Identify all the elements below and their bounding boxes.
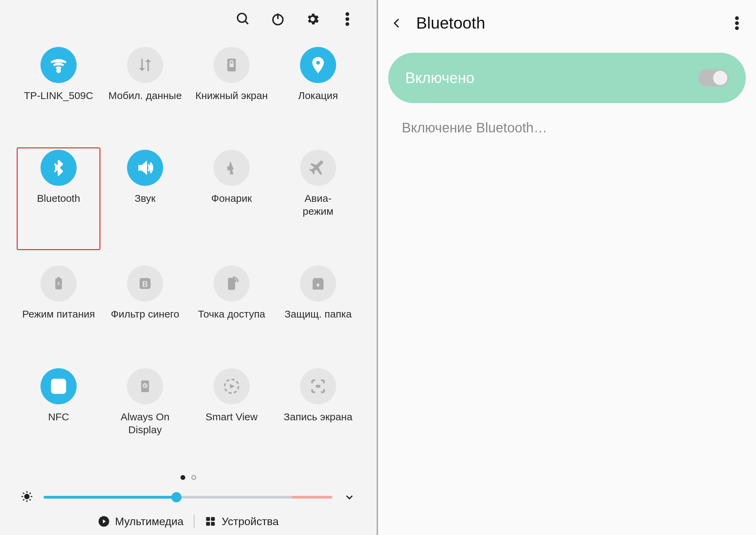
svg-point-7 <box>57 69 60 72</box>
flash-icon[interactable] <box>214 150 250 186</box>
separator <box>194 515 194 528</box>
tile-bluetooth[interactable]: Bluetooth <box>17 148 100 250</box>
tile-label: Bluetooth <box>37 192 80 205</box>
tile-label: Always On Display <box>106 410 184 436</box>
svg-rect-24 <box>316 385 320 388</box>
tile-label: Фильтр синего <box>111 308 179 321</box>
tile-bluefilter[interactable]: BФильтр синего <box>104 263 187 353</box>
data-icon[interactable] <box>127 47 163 83</box>
page-indicator <box>10 475 366 480</box>
svg-rect-18 <box>141 380 149 392</box>
bluetooth-toggle[interactable] <box>698 69 729 86</box>
bluetooth-status-card[interactable]: Включено <box>388 53 746 103</box>
aod-icon[interactable] <box>127 368 163 404</box>
back-icon[interactable] <box>388 14 406 32</box>
svg-point-0 <box>238 14 247 22</box>
media-button[interactable]: Мультимедиа <box>98 515 184 528</box>
quick-settings-grid: TP-LINK_509CМобил. данныеКнижный экранЛо… <box>10 45 366 468</box>
svg-point-25 <box>25 495 29 499</box>
hotspot-icon[interactable] <box>214 265 250 302</box>
media-label: Мультимедиа <box>115 515 184 528</box>
svg-rect-38 <box>206 522 210 525</box>
tile-airplane[interactable]: Авиа- режим <box>277 148 360 250</box>
tile-sound[interactable]: Звук <box>104 148 187 250</box>
bluetooth-settings-panel: Bluetooth Включено Включение Bluetooth… <box>378 0 756 535</box>
tile-battery[interactable]: Режим питания <box>17 263 100 353</box>
tile-booklike[interactable]: Книжный экран <box>190 45 273 134</box>
svg-point-6 <box>346 22 349 26</box>
bluelight-icon[interactable]: B <box>127 265 163 302</box>
tile-label: Мобил. данные <box>108 89 182 102</box>
nfc-icon[interactable] <box>41 368 77 404</box>
quick-settings-header <box>10 10 366 28</box>
chevron-down-icon[interactable] <box>343 490 356 504</box>
svg-rect-11 <box>57 277 60 279</box>
bluetooth-substatus: Включение Bluetooth… <box>388 120 746 135</box>
svg-marker-23 <box>230 384 235 389</box>
svg-line-1 <box>245 21 248 24</box>
svg-rect-39 <box>211 522 215 525</box>
svg-rect-37 <box>211 517 215 521</box>
svg-text:B: B <box>142 279 148 289</box>
quick-settings-panel: TP-LINK_509CМобил. данныеКнижный экранЛо… <box>0 0 378 535</box>
tile-mobiledata[interactable]: Мобил. данные <box>104 45 187 134</box>
tile-smartview[interactable]: Smart View <box>190 366 273 468</box>
bluetooth-status-label: Включено <box>405 69 474 86</box>
lock-book-icon[interactable] <box>214 47 250 83</box>
record-icon[interactable] <box>300 368 336 404</box>
wifi-icon[interactable] <box>41 47 77 83</box>
smartview-icon[interactable] <box>214 368 250 404</box>
svg-line-32 <box>23 499 24 500</box>
bluetooth-header: Bluetooth <box>388 14 746 32</box>
page-dot-active <box>180 475 185 480</box>
tile-label: Режим питания <box>22 308 95 321</box>
page-dot-inactive <box>191 475 196 480</box>
svg-line-31 <box>30 499 31 500</box>
tile-nfc[interactable]: NFC <box>17 366 100 468</box>
secure-icon[interactable] <box>300 265 336 302</box>
tile-aod[interactable]: Always On Display <box>104 366 187 468</box>
tile-label: Фонарик <box>211 192 252 205</box>
tile-label: Авиа- режим <box>303 192 333 217</box>
airplane-icon[interactable] <box>300 150 336 186</box>
devices-button[interactable]: Устройства <box>205 515 279 528</box>
tile-label: NFC <box>48 410 69 423</box>
tile-flashlight[interactable]: Фонарик <box>190 148 273 250</box>
svg-point-42 <box>735 26 739 30</box>
tile-label: Звук <box>135 192 156 205</box>
devices-label: Устройства <box>222 515 279 528</box>
more-icon[interactable] <box>728 14 746 32</box>
tile-screenrec[interactable]: Запись экрана <box>277 366 360 468</box>
power-icon[interactable] <box>269 10 287 28</box>
toggle-knob <box>713 71 727 85</box>
more-icon[interactable] <box>338 10 356 28</box>
tile-hotspot[interactable]: Точка доступа <box>190 263 273 353</box>
svg-line-30 <box>23 493 24 494</box>
tile-location[interactable]: Локация <box>277 45 360 134</box>
tile-label: Точка доступа <box>198 308 265 321</box>
tile-label: Книжный экран <box>195 89 268 102</box>
svg-point-5 <box>346 17 349 21</box>
battery-icon[interactable] <box>41 265 77 302</box>
search-icon[interactable] <box>234 10 252 28</box>
tile-wifi[interactable]: TP-LINK_509C <box>17 45 100 134</box>
tile-label: TP-LINK_509C <box>24 89 93 102</box>
page-title: Bluetooth <box>416 14 718 32</box>
tile-label: Локация <box>298 89 338 102</box>
svg-point-41 <box>735 21 739 25</box>
brightness-thumb[interactable] <box>171 492 182 502</box>
brightness-icon <box>20 490 33 504</box>
gear-icon[interactable] <box>304 10 321 28</box>
svg-line-33 <box>30 493 31 494</box>
svg-rect-36 <box>206 517 210 521</box>
bluetooth-icon[interactable] <box>41 150 77 186</box>
svg-line-21 <box>145 386 146 386</box>
tile-secure[interactable]: Защищ. папка <box>277 263 360 353</box>
brightness-slider-row <box>10 490 366 504</box>
brightness-slider[interactable] <box>44 496 332 499</box>
sound-icon[interactable] <box>127 150 163 186</box>
svg-point-40 <box>735 16 739 20</box>
tile-label: Защищ. папка <box>284 308 351 321</box>
svg-rect-16 <box>317 285 318 287</box>
location-icon[interactable] <box>300 47 336 83</box>
